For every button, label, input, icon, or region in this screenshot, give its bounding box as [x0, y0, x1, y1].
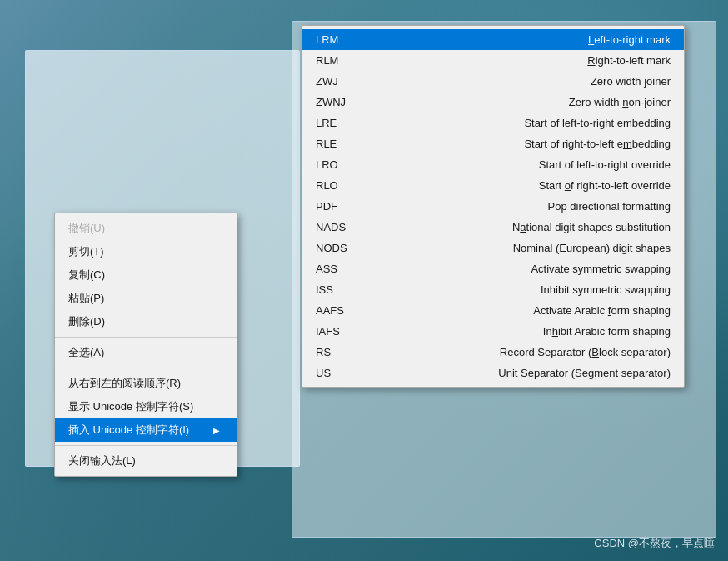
- submenu-code: ZWJ: [316, 75, 366, 88]
- submenu-code: NODS: [316, 242, 366, 254]
- menu-separator: [55, 368, 237, 368]
- submenu-desc: Activate symmetric swapping: [366, 263, 671, 275]
- submenu-code: ASS: [316, 263, 366, 275]
- submenu-code: US: [316, 367, 366, 379]
- submenu-desc: Left-to-right mark: [366, 33, 671, 46]
- submenu-desc: Inhibit symmetric swapping: [366, 283, 671, 296]
- left-menu-item-1[interactable]: 剪切(T): [55, 240, 237, 263]
- submenu-code: AAFS: [316, 304, 366, 317]
- left-menu-item-4[interactable]: 删除(D): [55, 310, 237, 333]
- submenu-code: LRE: [316, 117, 366, 129]
- left-menu-item-5[interactable]: 全选(A): [55, 341, 237, 364]
- context-menu-left: 撤销(U)剪切(T)复制(C)粘贴(P)删除(D)全选(A)从右到左的阅读顺序(…: [54, 213, 237, 477]
- submenu-item-12[interactable]: ISSInhibit symmetric swapping: [302, 279, 684, 300]
- submenu-item-1[interactable]: RLMRight-to-left mark: [302, 50, 684, 71]
- menu-item-label: 复制(C): [68, 268, 105, 283]
- submenu-item-3[interactable]: ZWNJZero width non-joiner: [302, 92, 684, 113]
- submenu-code: RLE: [316, 138, 366, 150]
- submenu-desc: Record Separator (Block separator): [366, 346, 671, 358]
- submenu-desc: Pop directional formatting: [366, 200, 671, 213]
- menu-item-label: 从右到左的阅读顺序(R): [68, 376, 181, 391]
- submenu-desc: Start of left-to-right embedding: [366, 117, 671, 129]
- submenu-item-0[interactable]: LRMLeft-to-right mark: [302, 29, 684, 50]
- submenu-desc: Unit Separator (Segment separator): [366, 367, 671, 379]
- submenu-desc: Zero width non-joiner: [366, 96, 671, 108]
- submenu-item-4[interactable]: LREStart of left-to-right embedding: [302, 113, 684, 133]
- submenu-item-2[interactable]: ZWJZero width joiner: [302, 71, 684, 92]
- submenu-desc: Start of right-to-left override: [366, 179, 671, 192]
- submenu-desc: Start of right-to-left embedding: [366, 138, 671, 150]
- submenu-desc: National digit shapes substitution: [366, 221, 671, 233]
- left-menu-item-8[interactable]: 插入 Unicode 控制字符(I)▶: [55, 418, 237, 442]
- submenu-item-7[interactable]: RLOStart of right-to-left override: [302, 175, 684, 196]
- menu-item-label: 插入 Unicode 控制字符(I): [68, 423, 189, 438]
- menu-item-arrow: ▶: [213, 426, 220, 435]
- submenu-desc: Activate Arabic form shaping: [366, 304, 671, 317]
- submenu-item-8[interactable]: PDFPop directional formatting: [302, 196, 684, 217]
- menu-item-label: 剪切(T): [68, 244, 104, 259]
- submenu-desc: Inhibit Arabic form shaping: [366, 325, 671, 338]
- submenu-item-15[interactable]: RSRecord Separator (Block separator): [302, 342, 684, 363]
- menu-item-label: 全选(A): [68, 345, 104, 360]
- submenu-code: RS: [316, 346, 366, 358]
- submenu-item-5[interactable]: RLEStart of right-to-left embedding: [302, 133, 684, 154]
- submenu-code: RLO: [316, 179, 366, 192]
- left-menu-item-0: 撤销(U): [55, 217, 237, 240]
- submenu-code: ISS: [316, 283, 366, 296]
- menu-separator: [55, 337, 237, 338]
- context-menu-right: LRMLeft-to-right markRLMRight-to-left ma…: [302, 25, 685, 388]
- submenu-code: ZWNJ: [316, 96, 366, 108]
- submenu-desc: Zero width joiner: [366, 75, 671, 88]
- submenu-code: IAFS: [316, 325, 366, 338]
- submenu-desc: Right-to-left mark: [366, 54, 671, 67]
- left-menu-item-6[interactable]: 从右到左的阅读顺序(R): [55, 372, 237, 395]
- watermark: CSDN @不熬夜，早点睡: [594, 536, 715, 551]
- menu-separator: [55, 445, 237, 446]
- submenu-item-16[interactable]: USUnit Separator (Segment separator): [302, 363, 684, 383]
- menu-item-label: 撤销(U): [68, 221, 105, 236]
- submenu-code: LRO: [316, 158, 366, 171]
- submenu-item-9[interactable]: NADSNational digit shapes substitution: [302, 217, 684, 238]
- submenu-code: LRM: [316, 33, 366, 46]
- left-menu-item-2[interactable]: 复制(C): [55, 263, 237, 287]
- left-menu-item-3[interactable]: 粘贴(P): [55, 287, 237, 310]
- submenu-item-11[interactable]: ASSActivate symmetric swapping: [302, 258, 684, 279]
- submenu-desc: Start of left-to-right override: [366, 158, 671, 171]
- submenu-code: PDF: [316, 200, 366, 213]
- submenu-item-14[interactable]: IAFSInhibit Arabic form shaping: [302, 321, 684, 342]
- menu-item-label: 删除(D): [68, 314, 105, 329]
- menu-item-label: 粘贴(P): [68, 291, 104, 306]
- submenu-code: NADS: [316, 221, 366, 233]
- submenu-desc: Nominal (European) digit shapes: [366, 242, 671, 254]
- submenu-item-10[interactable]: NODSNominal (European) digit shapes: [302, 238, 684, 258]
- left-menu-item-7[interactable]: 显示 Unicode 控制字符(S): [55, 395, 237, 418]
- submenu-code: RLM: [316, 54, 366, 67]
- submenu-item-6[interactable]: LROStart of left-to-right override: [302, 154, 684, 175]
- left-menu-item-9[interactable]: 关闭输入法(L): [55, 449, 237, 473]
- submenu-item-13[interactable]: AAFSActivate Arabic form shaping: [302, 300, 684, 321]
- menu-item-label: 显示 Unicode 控制字符(S): [68, 399, 193, 414]
- menu-item-label: 关闭输入法(L): [68, 453, 136, 468]
